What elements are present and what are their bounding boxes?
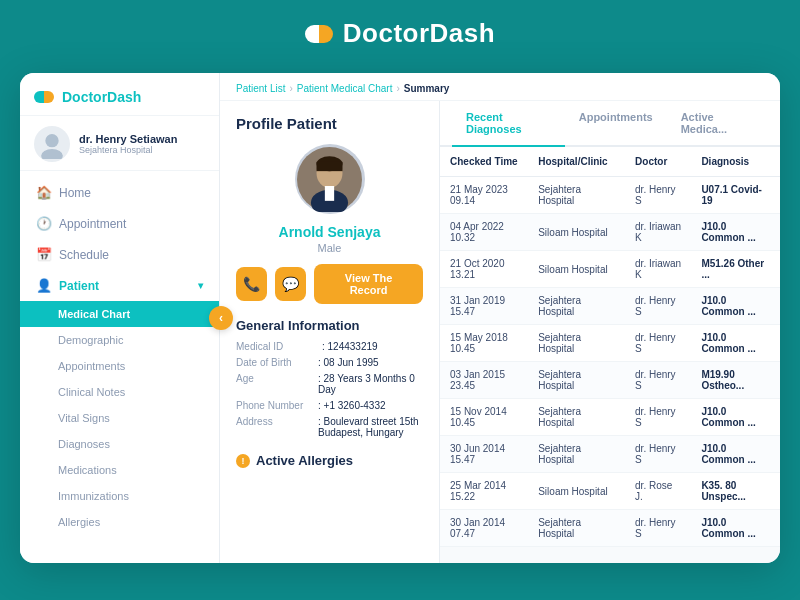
- chevron-left-icon: ‹: [219, 311, 223, 325]
- breadcrumb-current: Summary: [404, 83, 450, 94]
- cell-doctor: dr. Henry S: [625, 510, 691, 547]
- subnav-medications[interactable]: Medications: [20, 457, 219, 483]
- sidebar-home-label: Home: [59, 186, 91, 200]
- profile-title: Profile Patient: [236, 115, 423, 132]
- cell-diagnosis: J10.0 Common ...: [691, 325, 780, 362]
- medical-chart-label: Medical Chart: [58, 308, 130, 320]
- address-value: : Boulevard street 15th Budapest, Hungar…: [318, 416, 423, 438]
- phone-button[interactable]: 📞: [236, 267, 267, 301]
- info-address: Address : Boulevard street 15th Budapest…: [236, 416, 423, 438]
- tab-appointments[interactable]: Appointments: [565, 101, 667, 147]
- table-row[interactable]: 15 May 2018 10.45 Sejahtera Hospital dr.…: [440, 325, 780, 362]
- header-logo: [305, 25, 333, 43]
- breadcrumb-sep-1: ›: [396, 83, 399, 94]
- sidebar-logo-icon: [34, 91, 54, 103]
- table-row[interactable]: 21 May 2023 09.14 Sejahtera Hospital dr.…: [440, 177, 780, 214]
- view-record-button[interactable]: View The Record: [314, 264, 423, 304]
- cell-doctor: dr. Henry S: [625, 436, 691, 473]
- table-row[interactable]: 04 Apr 2022 10.32 Siloam Hospital dr. Ir…: [440, 214, 780, 251]
- patient-profile-panel: Profile Patient: [220, 101, 440, 563]
- content-area: Profile Patient: [220, 101, 780, 563]
- subnav-diagnoses[interactable]: Diagnoses: [20, 431, 219, 457]
- table-row[interactable]: 31 Jan 2019 15.47 Sejahtera Hospital dr.…: [440, 288, 780, 325]
- table-row[interactable]: 15 Nov 2014 10.45 Sejahtera Hospital dr.…: [440, 399, 780, 436]
- subnav-appointments[interactable]: Appointments: [20, 353, 219, 379]
- cell-diagnosis: U07.1 Covid-19: [691, 177, 780, 214]
- right-panel: Recent Diagnoses Appointments Active Med…: [440, 101, 780, 563]
- cell-doctor: dr. Rose J.: [625, 473, 691, 510]
- cell-time: 30 Jan 2014 07.47: [440, 510, 528, 547]
- top-header: DoctorDash: [0, 0, 800, 63]
- table-row[interactable]: 25 Mar 2014 15.22 Siloam Hospital dr. Ro…: [440, 473, 780, 510]
- sidebar: DoctorDash dr. Henry Setiawan Sejahtera …: [20, 73, 220, 563]
- sidebar-item-appointment[interactable]: 🕐 Appointment: [20, 208, 219, 239]
- cell-time: 03 Jan 2015 23.45: [440, 362, 528, 399]
- sidebar-item-patient[interactable]: 👤 Patient ▾: [20, 270, 219, 301]
- doctor-avatar: [34, 126, 70, 162]
- allergies-label: Allergies: [58, 516, 100, 528]
- subnav-allergies[interactable]: Allergies: [20, 509, 219, 535]
- medical-id-label: Medical ID: [236, 341, 318, 352]
- subnav-clinical-notes[interactable]: Clinical Notes: [20, 379, 219, 405]
- cell-time: 21 May 2023 09.14: [440, 177, 528, 214]
- general-info-title: General Information: [236, 318, 423, 333]
- diagnoses-table-container: Checked Time Hospital/Clinic Doctor Diag…: [440, 147, 780, 563]
- clinical-notes-label: Clinical Notes: [58, 386, 125, 398]
- message-button[interactable]: 💬: [275, 267, 306, 301]
- cell-doctor: dr. Henry S: [625, 399, 691, 436]
- cell-doctor: dr. Iriawan K: [625, 251, 691, 288]
- breadcrumb-item-1[interactable]: Patient Medical Chart: [297, 83, 393, 94]
- svg-rect-5: [317, 161, 343, 170]
- cell-time: 15 Nov 2014 10.45: [440, 399, 528, 436]
- main-container: DoctorDash dr. Henry Setiawan Sejahtera …: [20, 73, 780, 563]
- patient-gender: Male: [236, 242, 423, 254]
- cell-hospital: Sejahtera Hospital: [528, 362, 625, 399]
- patient-name: Arnold Senjaya: [236, 224, 423, 240]
- info-medical-id: Medical ID : 124433219: [236, 341, 423, 352]
- col-hospital: Hospital/Clinic: [528, 147, 625, 177]
- address-label: Address: [236, 416, 318, 438]
- home-icon: 🏠: [36, 185, 50, 200]
- sidebar-patient-label: Patient: [59, 279, 99, 293]
- table-row[interactable]: 30 Jan 2014 07.47 Sejahtera Hospital dr.…: [440, 510, 780, 547]
- medical-id-value: : 124433219: [322, 341, 378, 352]
- table-row[interactable]: 30 Jun 2014 15.47 Sejahtera Hospital dr.…: [440, 436, 780, 473]
- subnav-vital-signs[interactable]: Vital Signs: [20, 405, 219, 431]
- appointments-label: Appointments: [58, 360, 125, 372]
- cell-time: 15 May 2018 10.45: [440, 325, 528, 362]
- header-logo-text: DoctorDash: [343, 18, 495, 49]
- cell-hospital: Sejahtera Hospital: [528, 436, 625, 473]
- sidebar-toggle-button[interactable]: ‹: [209, 306, 233, 330]
- subnav-medical-chart[interactable]: Medical Chart: [20, 301, 219, 327]
- sidebar-item-home[interactable]: 🏠 Home: [20, 177, 219, 208]
- immunizations-label: Immunizations: [58, 490, 129, 502]
- subnav-demographic[interactable]: Demographic: [20, 327, 219, 353]
- main-content: Patient List › Patient Medical Chart › S…: [220, 73, 780, 563]
- phone-icon: 📞: [243, 276, 260, 292]
- sidebar-appointment-label: Appointment: [59, 217, 126, 231]
- subnav-immunizations[interactable]: Immunizations: [20, 483, 219, 509]
- cell-diagnosis: M51.26 Other ...: [691, 251, 780, 288]
- cell-doctor: dr. Henry S: [625, 177, 691, 214]
- table-row[interactable]: 03 Jan 2015 23.45 Sejahtera Hospital dr.…: [440, 362, 780, 399]
- table-row[interactable]: 21 Oct 2020 13.21 Siloam Hospital dr. Ir…: [440, 251, 780, 288]
- breadcrumb-item-0[interactable]: Patient List: [236, 83, 285, 94]
- info-phone: Phone Number : +1 3260-4332: [236, 400, 423, 411]
- breadcrumb-sep-0: ›: [289, 83, 292, 94]
- sidebar-brand-text: DoctorDash: [62, 89, 141, 105]
- allergy-warning-icon: !: [236, 454, 250, 468]
- cell-hospital: Siloam Hospital: [528, 214, 625, 251]
- tab-recent-diagnoses[interactable]: Recent Diagnoses: [452, 101, 565, 147]
- col-diagnosis: Diagnosis: [691, 147, 780, 177]
- cell-time: 04 Apr 2022 10.32: [440, 214, 528, 251]
- patient-photo: [295, 144, 365, 214]
- svg-point-0: [45, 134, 58, 147]
- table-header-row: Checked Time Hospital/Clinic Doctor Diag…: [440, 147, 780, 177]
- cell-diagnosis: J10.0 Common ...: [691, 436, 780, 473]
- sidebar-item-schedule[interactable]: 📅 Schedule: [20, 239, 219, 270]
- phone-value: : +1 3260-4332: [318, 400, 386, 411]
- tab-active-medications[interactable]: Active Medica...: [667, 101, 768, 147]
- cell-doctor: dr. Henry S: [625, 288, 691, 325]
- cell-hospital: Sejahtera Hospital: [528, 510, 625, 547]
- cell-diagnosis: K35. 80 Unspec...: [691, 473, 780, 510]
